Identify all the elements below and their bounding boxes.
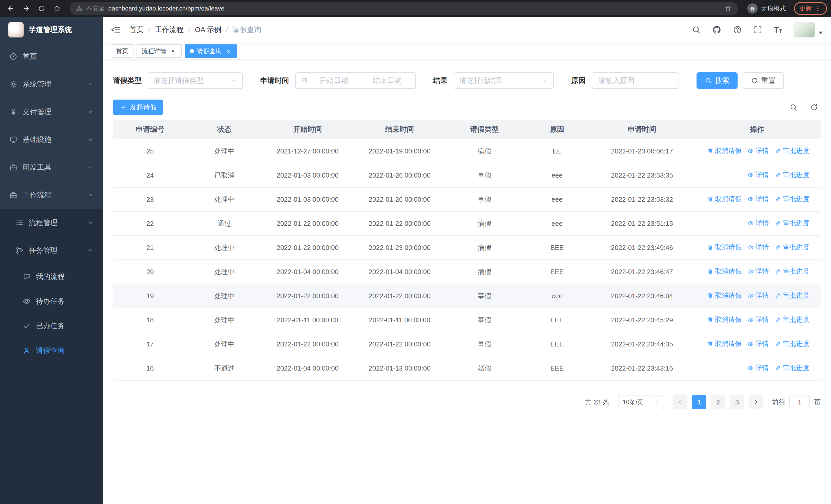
cancel-action-link[interactable]: 取消请假 (707, 315, 742, 324)
next-page-button[interactable] (749, 395, 763, 409)
browser-menu-icon[interactable] (814, 5, 822, 12)
breadcrumb-item[interactable]: 首页 (130, 25, 144, 35)
chat-icon (23, 272, 31, 281)
progress-action-link[interactable]: 审批进度 (775, 195, 809, 204)
leave-type-select[interactable]: 请选择请假类型 (148, 72, 243, 89)
detail-action-link[interactable]: 详情 (747, 219, 769, 228)
breadcrumb-item[interactable]: OA 示例 (195, 25, 222, 35)
cell-actions: 取消请假详情审批进度 (693, 260, 821, 284)
table-refresh-button[interactable] (807, 100, 821, 114)
cell-reason: EEE (523, 260, 591, 284)
sidebar-item-leave-query[interactable]: 请假查询 (0, 338, 103, 363)
reason-input[interactable] (592, 72, 679, 89)
progress-action-link[interactable]: 审批进度 (775, 267, 809, 276)
tab-leave-query[interactable]: 请假查询× (185, 45, 237, 58)
sidebar-item-dev-tools[interactable]: 研发工具 (0, 153, 103, 181)
progress-action-link[interactable]: 审批进度 (775, 219, 809, 228)
app-logo-row[interactable]: 芋道管理系统 (0, 17, 103, 42)
progress-action-link[interactable]: 审批进度 (775, 315, 809, 324)
search-button[interactable]: 搜索 (696, 72, 738, 89)
result-select[interactable]: 请选择流结果 (454, 72, 554, 89)
prev-page-button[interactable] (673, 395, 687, 409)
tab-home[interactable]: 首页 (111, 45, 134, 58)
page-button-2[interactable]: 2 (711, 395, 725, 409)
detail-action-link[interactable]: 详情 (747, 146, 769, 155)
sidebar-item-todo-tasks[interactable]: 待办任务 (0, 289, 103, 314)
bookmark-star-icon[interactable] (724, 5, 732, 12)
progress-action-link[interactable]: 审批进度 (775, 291, 809, 300)
sidebar-item-payment[interactable]: 支付管理 (0, 98, 103, 126)
browser-home-button[interactable] (50, 2, 64, 15)
browser-forward-button[interactable] (20, 2, 33, 15)
sidebar-item-task-management[interactable]: 任务管理 (0, 237, 103, 264)
sidebar-item-system[interactable]: 系统管理 (0, 70, 103, 98)
table-row: 22通过2022-01-22 00:00:002022-01-22 00:00:… (113, 211, 821, 236)
close-icon[interactable]: × (169, 48, 177, 55)
header-search-icon[interactable] (692, 25, 701, 34)
progress-action-link[interactable]: 审批进度 (775, 146, 809, 155)
sidebar-item-my-process[interactable]: 我的流程 (0, 264, 103, 289)
cancel-action-link[interactable]: 取消请假 (707, 195, 742, 204)
progress-action-link[interactable]: 审批进度 (775, 170, 809, 179)
cancel-action-link[interactable]: 取消请假 (707, 291, 742, 300)
reset-button[interactable]: 重置 (743, 72, 784, 89)
sidebar-item-label: 我的流程 (36, 272, 65, 281)
sidebar-collapse-button[interactable] (111, 25, 121, 35)
cancel-action-link[interactable]: 取消请假 (707, 146, 742, 155)
help-icon[interactable] (733, 25, 742, 34)
page-size-select[interactable]: 10条/页 (618, 395, 664, 409)
cancel-action-link[interactable]: 取消请假 (707, 243, 742, 252)
detail-action-link[interactable]: 详情 (747, 170, 769, 179)
tab-process-detail[interactable]: 流程详情× (137, 45, 182, 58)
sidebar-item-label: 流程管理 (29, 218, 57, 228)
close-icon[interactable]: × (225, 48, 232, 55)
detail-action-link[interactable]: 详情 (747, 363, 769, 373)
sidebar-item-done-tasks[interactable]: 已办任务 (0, 314, 103, 338)
cell-actions: 详情审批进度 (693, 356, 821, 380)
detail-action-link[interactable]: 详情 (747, 267, 769, 276)
browser-reload-button[interactable] (35, 2, 48, 15)
breadcrumb-separator: / (226, 26, 228, 34)
browser-back-button[interactable] (4, 2, 18, 15)
detail-action-link[interactable]: 详情 (747, 195, 769, 204)
cell-end-time: 2022-01-22 00:00:00 (354, 211, 446, 236)
detail-action-link[interactable]: 详情 (747, 291, 769, 300)
detail-action-link[interactable]: 详情 (747, 243, 769, 252)
sidebar-item-workflow[interactable]: 工作流程 (0, 181, 103, 209)
sidebar-item-process-management[interactable]: 流程管理 (0, 209, 103, 237)
detail-action-link[interactable]: 详情 (747, 315, 769, 324)
cancel-action-link[interactable]: 取消请假 (707, 339, 742, 348)
cell-status: 处理中 (188, 139, 262, 163)
browser-update-button[interactable]: 更新 (794, 2, 827, 15)
user-menu[interactable] (794, 22, 823, 37)
page-button-3[interactable]: 3 (730, 395, 744, 409)
cell-apply-id: 19 (113, 284, 188, 308)
toggle-search-button[interactable] (787, 100, 800, 114)
cell-status: 不通过 (188, 356, 262, 380)
apply-time-range-picker[interactable]: 开始日期 - 结束日期 (295, 72, 416, 89)
end-date-placeholder: 结束日期 (365, 76, 410, 85)
reset-button-label: 重置 (761, 76, 776, 85)
result-filter: 结果 请选择流结果 (433, 72, 554, 89)
start-date-placeholder: 开始日期 (311, 76, 356, 85)
eye-icon (747, 196, 754, 203)
progress-action-link[interactable]: 审批进度 (775, 243, 809, 252)
goto-page-input[interactable] (790, 395, 810, 409)
create-leave-button[interactable]: 发起请假 (113, 99, 163, 115)
eye-icon (747, 317, 754, 323)
sidebar-item-home[interactable]: 首页 (0, 42, 103, 70)
sidebar-item-infrastructure[interactable]: 基础设施 (0, 126, 103, 153)
breadcrumb-item[interactable]: 工作流程 (155, 25, 184, 35)
progress-action-link[interactable]: 审批进度 (775, 339, 809, 348)
detail-action-link[interactable]: 详情 (747, 339, 769, 348)
github-icon[interactable] (712, 25, 721, 34)
page-button-1[interactable]: 1 (692, 395, 706, 409)
eye-icon (747, 340, 754, 347)
table-tools (787, 100, 821, 114)
progress-action-link[interactable]: 审批进度 (775, 363, 809, 373)
cancel-action-link[interactable]: 取消请假 (707, 267, 742, 276)
fullscreen-icon[interactable] (753, 25, 763, 34)
breadcrumb-separator: / (189, 26, 191, 34)
address-bar[interactable]: 不安全 dashboard.yudao.iocoder.cn/bpm/oa/le… (70, 2, 738, 15)
font-size-icon[interactable]: TT (774, 26, 782, 34)
